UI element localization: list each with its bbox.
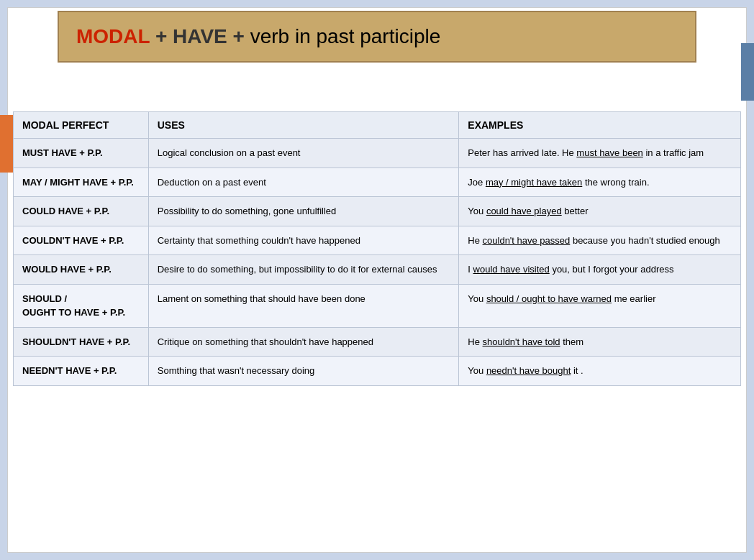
examples-cell: You needn't have bought it .: [459, 357, 741, 386]
table-row: MAY / MIGHT HAVE + P.P.Deduction on a pa…: [14, 167, 741, 197]
header-modal: MODAL PERFECT: [14, 112, 149, 139]
examples-cell: I would have visited you, but I forgot y…: [459, 255, 741, 285]
examples-cell: Peter has arrived late. He must have bee…: [459, 139, 741, 168]
table-row: MUST HAVE + P.P.Logical conclusion on a …: [14, 139, 741, 168]
modal-cell: MUST HAVE + P.P.: [14, 139, 149, 168]
examples-cell: You could have played better: [459, 197, 741, 226]
table-row: NEEDN'T HAVE + P.P.Somthing that wasn't …: [14, 357, 741, 386]
table-row: COULDN'T HAVE + P.P.Certainty that somet…: [14, 226, 741, 255]
examples-cell: He couldn't have passed because you hadn…: [459, 226, 741, 255]
table-row: SHOULD / OUGHT TO HAVE + P.P.Lament on s…: [14, 284, 741, 327]
table-row: COULD HAVE + P.P.Possibility to do somet…: [14, 197, 741, 226]
modal-cell: COULDN'T HAVE + P.P.: [14, 226, 149, 255]
title-box: MODAL + HAVE + verb in past participle: [58, 11, 696, 63]
modal-cell: SHOULDN'T HAVE + P.P.: [14, 327, 149, 357]
modal-cell: WOULD HAVE + P.P.: [14, 255, 149, 285]
examples-cell: Joe may / might have taken the wrong tra…: [459, 167, 741, 197]
modal-cell: MAY / MIGHT HAVE + P.P.: [14, 167, 149, 197]
examples-cell: He shouldn't have told them: [459, 327, 741, 357]
table-body: MUST HAVE + P.P.Logical conclusion on a …: [14, 139, 741, 386]
title-modal: MODAL: [76, 25, 150, 47]
table-row: SHOULDN'T HAVE + P.P.Critique on somethi…: [14, 327, 741, 357]
examples-cell: You should / ought to have warned me ear…: [459, 284, 741, 327]
uses-cell: Lament on something that should have bee…: [148, 284, 459, 327]
uses-cell: Critique on something that shouldn't hav…: [148, 327, 459, 357]
uses-cell: Deduction on a past event: [148, 167, 459, 197]
table-row: WOULD HAVE + P.P.Desire to do something,…: [14, 255, 741, 285]
table-container: MODAL PERFECT USES EXAMPLES MUST HAVE + …: [13, 111, 741, 547]
title-plus1: + HAVE +: [150, 25, 250, 47]
modal-table: MODAL PERFECT USES EXAMPLES MUST HAVE + …: [13, 111, 741, 386]
uses-cell: Somthing that wasn't necessary doing: [148, 357, 459, 386]
modal-cell: COULD HAVE + P.P.: [14, 197, 149, 226]
header-examples: EXAMPLES: [459, 112, 741, 139]
title-text: MODAL + HAVE + verb in past participle: [76, 25, 440, 47]
uses-cell: Logical conclusion on a past event: [148, 139, 459, 168]
modal-cell: SHOULD / OUGHT TO HAVE + P.P.: [14, 284, 149, 327]
uses-cell: Possibility to do something, gone unfulf…: [148, 197, 459, 226]
modal-cell: NEEDN'T HAVE + P.P.: [14, 357, 149, 386]
title-verb: verb in past participle: [250, 25, 441, 47]
uses-cell: Certainty that something couldn't have h…: [148, 226, 459, 255]
orange-accent: [0, 115, 13, 173]
header-uses: USES: [148, 112, 459, 139]
table-header-row: MODAL PERFECT USES EXAMPLES: [14, 112, 741, 139]
uses-cell: Desire to do something, but impossibilit…: [148, 255, 459, 285]
blue-accent: [741, 43, 754, 101]
